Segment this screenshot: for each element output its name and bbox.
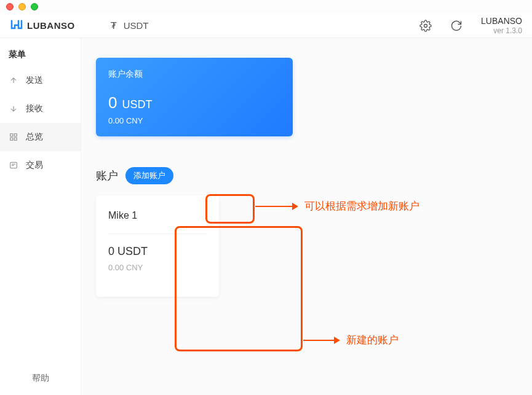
balance-unit: USDT — [122, 98, 152, 111]
menu-heading: 菜单 — [0, 47, 81, 66]
balance-amount: 0 USDT — [108, 93, 280, 112]
svg-rect-3 — [10, 138, 13, 140]
settings-button[interactable] — [419, 20, 432, 32]
version-app-name: LUBANSO — [481, 16, 522, 26]
sidebar-item-label: 交易 — [26, 160, 43, 171]
app-name: LUBANSO — [27, 20, 75, 31]
help-link[interactable]: 帮助 — [9, 373, 72, 384]
balance-value: 0 — [108, 93, 117, 112]
send-icon — [9, 76, 18, 85]
refresh-button[interactable] — [450, 20, 463, 32]
svg-rect-5 — [10, 162, 17, 168]
receive-icon — [9, 104, 18, 114]
transactions-icon — [9, 160, 18, 170]
account-balance: 0 USDT — [108, 245, 207, 258]
sidebar-item-receive[interactable]: 接收 — [0, 95, 81, 123]
currency-selector[interactable]: ₮ USDT — [109, 20, 149, 31]
app-logo: LUBANSO — [10, 19, 75, 33]
account-name: Mike 1 — [108, 210, 207, 221]
tether-icon: ₮ — [109, 21, 119, 31]
sidebar-item-overview[interactable]: 总览 — [0, 123, 81, 151]
main-content: 账户余额 0 USDT 0.00 CNY 账户 添加账户 Mike 1 0 US… — [81, 38, 532, 395]
logo-icon — [10, 19, 23, 33]
balance-card: 账户余额 0 USDT 0.00 CNY — [96, 58, 293, 136]
sidebar: 菜单 发送 接收 总览 交易 帮助 — [0, 38, 81, 395]
version-info: LUBANSO ver 1.3.0 — [481, 16, 522, 35]
divider — [108, 233, 207, 234]
svg-rect-1 — [10, 134, 13, 136]
accounts-heading: 账户 — [96, 168, 118, 183]
annotation-text-account: 新建的账户 — [346, 333, 399, 347]
add-account-button[interactable]: 添加账户 — [125, 167, 173, 184]
version-number: ver 1.3.0 — [481, 26, 522, 35]
annotation-arrow-account: 新建的账户 — [303, 333, 399, 347]
balance-title: 账户余额 — [108, 69, 280, 80]
minimize-window-button[interactable] — [18, 3, 26, 10]
window-titlebar — [0, 0, 532, 14]
maximize-window-button[interactable] — [31, 3, 38, 10]
svg-point-0 — [424, 24, 427, 27]
sidebar-item-label: 接收 — [26, 103, 43, 114]
sidebar-item-label: 总览 — [26, 131, 43, 143]
account-card[interactable]: Mike 1 0 USDT 0.00 CNY — [96, 195, 219, 297]
sidebar-item-transactions[interactable]: 交易 — [0, 151, 81, 179]
close-window-button[interactable] — [6, 3, 14, 10]
svg-rect-2 — [14, 134, 17, 136]
account-fiat: 0.00 CNY — [108, 263, 207, 272]
topbar: LUBANSO ₮ USDT LUBANSO ver 1.3.0 — [0, 14, 532, 38]
balance-fiat: 0.00 CNY — [108, 116, 280, 125]
overview-icon — [9, 132, 18, 142]
currency-label: USDT — [124, 20, 149, 31]
sidebar-item-label: 发送 — [26, 75, 43, 86]
sidebar-item-send[interactable]: 发送 — [0, 66, 81, 95]
svg-rect-4 — [14, 138, 17, 140]
